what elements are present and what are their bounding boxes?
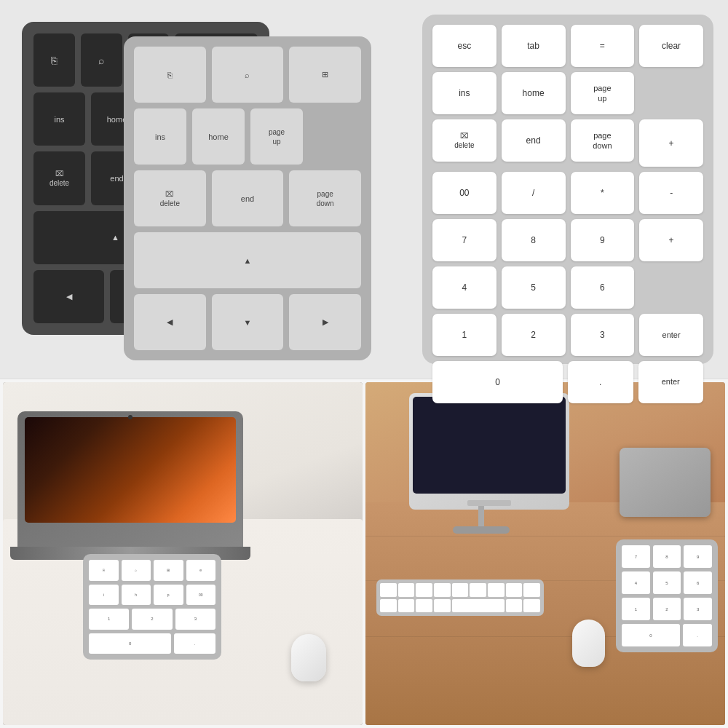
top-section: ⎘ ⌕ ⊞ esc ins home pageup 00 ⌧delete end…	[0, 0, 728, 379]
kbd-row-bot	[380, 599, 540, 613]
np-key: 2	[132, 609, 172, 630]
imac-screen	[413, 397, 566, 494]
np2-key: .	[683, 624, 712, 646]
white-key-6[interactable]: 6	[571, 266, 635, 309]
dark-key-delete[interactable]: ⌧delete	[33, 151, 85, 205]
np-row1: ⎘ ⌕ ⊞ e	[89, 560, 215, 581]
keyboard-mid: ⎘ ⌕ ⊞ ins home pageup ⌧delete end pagedo…	[124, 36, 371, 360]
mid-key-doc[interactable]: ⎘	[134, 47, 206, 103]
webcam-dot	[128, 415, 132, 419]
white-key-ins[interactable]: ins	[432, 72, 496, 114]
white-key-delete[interactable]: ⌧delete	[432, 119, 496, 162]
np-key: i	[89, 585, 119, 606]
white-key-7[interactable]: 7	[432, 219, 496, 261]
np-key: p	[154, 585, 183, 606]
dark-key-left[interactable]: ◀	[33, 270, 104, 323]
kbd-key	[434, 599, 451, 613]
kbd-key	[523, 599, 540, 613]
mid-key-end[interactable]: end	[212, 170, 284, 226]
white-key-3[interactable]: 3	[571, 314, 635, 356]
np2-key: 6	[684, 571, 712, 594]
dark-key-doc[interactable]: ⎘	[33, 33, 75, 87]
mid-key-search[interactable]: ⌕	[212, 47, 284, 103]
np2-key: 0	[622, 624, 680, 646]
white-key-enter[interactable]: enter	[638, 361, 704, 403]
np-key: h	[122, 585, 151, 606]
white-row-5: 7 8 9 +	[432, 219, 703, 261]
mid-key-home[interactable]: home	[192, 108, 245, 165]
white-row-4: 00 / * -	[432, 172, 703, 214]
white-key-00[interactable]: 00	[432, 172, 496, 214]
kbd-key	[398, 599, 415, 613]
white-key-home[interactable]: home	[502, 72, 566, 114]
mid-key-up[interactable]: ▲	[134, 232, 361, 288]
white-key-equals[interactable]: =	[571, 25, 635, 67]
white-key-2[interactable]: 2	[502, 314, 566, 356]
np2-key: 1	[622, 598, 650, 620]
dark-key-search[interactable]: ⌕	[81, 33, 122, 87]
np2-key: 2	[653, 598, 681, 620]
white-key-decimal[interactable]: .	[568, 361, 633, 403]
kbd-key	[398, 583, 415, 597]
kbd-key	[506, 599, 523, 613]
np-row2: i h p 00	[89, 585, 215, 606]
numpad-right-grid: 7 8 9 4 5 6 1 2 3 0	[622, 545, 712, 646]
white-grid: esc tab = clear ins home pageup ⌧delete …	[432, 25, 703, 354]
white-key-1[interactable]: 1	[432, 314, 496, 356]
kbd-key	[380, 583, 397, 597]
np-key: 3	[175, 609, 215, 630]
white-key-4[interactable]: 4	[432, 266, 496, 309]
np-key: ⊞	[154, 560, 183, 581]
kbd-key	[488, 583, 505, 597]
apple-keyboard	[376, 579, 544, 616]
np-key: 00	[186, 585, 216, 606]
np-key: ⌕	[122, 560, 151, 581]
white-key-9[interactable]: 9	[571, 219, 635, 261]
mid-key-right[interactable]: ▶	[289, 294, 361, 350]
white-key-pageup[interactable]: pageup	[571, 72, 635, 114]
white-row-7: 1 2 3 enter	[432, 314, 703, 356]
imac-chin	[467, 500, 511, 506]
white-row-2: ins home pageup	[432, 72, 703, 114]
white-key-minus[interactable]: -	[639, 172, 703, 214]
white-row-6: 4 5 6	[432, 266, 703, 309]
np-key: ⎘	[89, 560, 119, 581]
mid-grid: ⎘ ⌕ ⊞ ins home pageup ⌧delete end pagedo…	[134, 47, 361, 350]
mid-key-delete[interactable]: ⌧delete	[134, 170, 206, 226]
mid-key-down[interactable]: ▼	[212, 294, 284, 350]
np2-row1: 7 8 9	[622, 545, 712, 568]
dark-key-ins[interactable]: ins	[33, 92, 85, 146]
np2-row4: 0 .	[622, 624, 712, 646]
white-key-multiply[interactable]: *	[571, 172, 635, 214]
kbd-spacebar	[452, 599, 505, 613]
white-key-esc[interactable]: esc	[432, 25, 496, 67]
white-key-plus[interactable]: +	[639, 119, 703, 167]
mid-row-1: ⎘ ⌕ ⊞	[134, 47, 361, 103]
white-key-divide[interactable]: /	[502, 172, 566, 214]
white-key-clear[interactable]: clear	[639, 25, 703, 67]
white-key-tall-plus[interactable]: +	[639, 219, 703, 261]
white-key-end[interactable]: end	[502, 119, 566, 162]
np-key: 1	[89, 609, 129, 630]
mid-key-clipboard[interactable]: ⊞	[289, 47, 361, 103]
mid-key-pagedown[interactable]: pagedown	[289, 170, 361, 226]
white-key-pagedown[interactable]: pagedown	[571, 119, 635, 162]
white-row-1: esc tab = clear	[432, 25, 703, 67]
trackpad	[620, 448, 711, 517]
mouse-left	[291, 634, 326, 681]
white-key-0[interactable]: 0	[432, 361, 563, 403]
imac-base	[453, 526, 510, 534]
grain1	[365, 536, 725, 537]
np2-key: 5	[653, 571, 681, 594]
kbd-key	[380, 599, 397, 613]
white-key-8[interactable]: 8	[502, 219, 566, 261]
photo-left-bg: ⎘ ⌕ ⊞ e i h p 00 1 2 3	[3, 382, 363, 725]
imac-monitor	[409, 393, 569, 510]
mid-key-left[interactable]: ◀	[134, 294, 206, 350]
mid-key-pageup[interactable]: pageup	[250, 108, 303, 165]
white-key-tab[interactable]: tab	[502, 25, 566, 67]
numpad-on-desk: ⎘ ⌕ ⊞ e i h p 00 1 2 3	[83, 554, 221, 660]
white-key-enter-tall[interactable]: enter	[639, 314, 703, 356]
mid-key-ins[interactable]: ins	[134, 108, 186, 165]
white-key-5[interactable]: 5	[502, 266, 566, 309]
